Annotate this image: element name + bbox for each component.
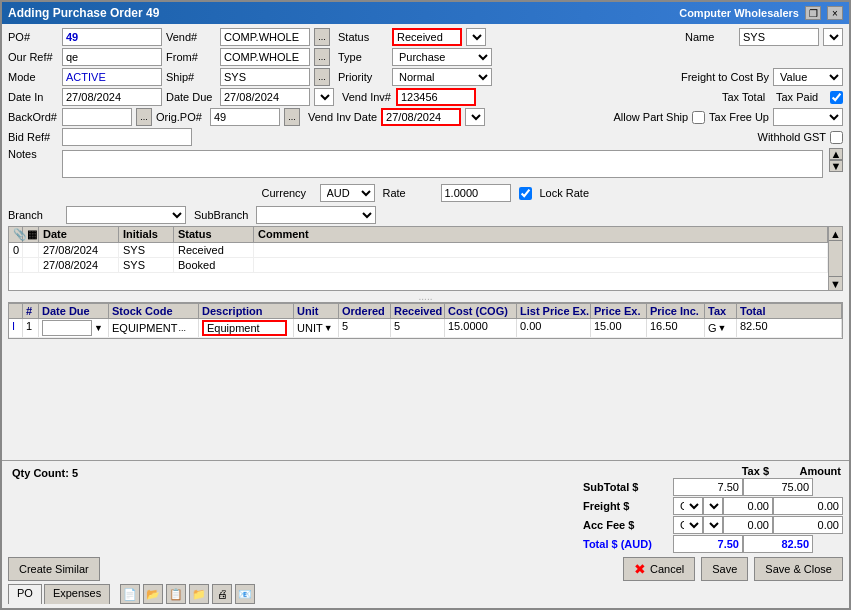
qty-count-label: Qty Count: 5: [8, 465, 82, 553]
grid-stockcode-ellipsis-0[interactable]: ...: [178, 323, 186, 333]
toolbar-icon-paste[interactable]: 📁: [189, 584, 209, 604]
subtotal-label: SubTotal $: [583, 481, 673, 493]
grid-container: # Date Due Stock Code Description Unit O…: [8, 302, 843, 339]
notes-textarea[interactable]: [62, 150, 823, 178]
grid-col-description: Description: [199, 304, 294, 318]
cancel-button[interactable]: ✖ Cancel: [623, 557, 695, 581]
ship-input[interactable]: [220, 68, 310, 86]
freight-amount-input[interactable]: [773, 497, 843, 515]
log-cell-status-0: Received: [174, 243, 254, 257]
freight-g-select[interactable]: G: [673, 497, 703, 515]
log-col-icon: ▦: [23, 227, 39, 242]
ourref-input[interactable]: [62, 48, 162, 66]
name-select[interactable]: [823, 28, 843, 46]
tab-expenses[interactable]: Expenses: [44, 584, 110, 604]
toolbar-icon-email[interactable]: 📧: [235, 584, 255, 604]
grid-col-tax: Tax: [705, 304, 737, 318]
taxpaid-label: Tax Paid: [776, 91, 826, 103]
grid-cell-priceinc-0: 16.50: [647, 319, 705, 337]
grid-col-received: Received: [391, 304, 445, 318]
taxfreeup-select[interactable]: [773, 108, 843, 126]
grid-tax-dropdown-0[interactable]: ▼: [718, 323, 727, 333]
freight-dropdown[interactable]: [703, 497, 723, 515]
log-col-initials: Initials: [119, 227, 174, 242]
allowpartship-checkbox[interactable]: [692, 111, 705, 124]
bottom-buttons-row: Create Similar ✖ Cancel Save Save & Clos…: [8, 557, 843, 581]
subbranch-select[interactable]: [256, 206, 376, 224]
type-select[interactable]: Purchase: [392, 48, 492, 66]
subtotal-tax-input[interactable]: [673, 478, 743, 496]
datein-input[interactable]: [62, 88, 162, 106]
accfee-tax-input[interactable]: [723, 516, 773, 534]
total-amount-input[interactable]: [743, 535, 813, 553]
ship-ellipsis[interactable]: ...: [314, 68, 330, 86]
origpo-ellipsis[interactable]: ...: [284, 108, 300, 126]
from-ellipsis[interactable]: ...: [314, 48, 330, 66]
priority-select[interactable]: Normal: [392, 68, 492, 86]
vend-input[interactable]: [220, 28, 310, 46]
grid-cell-description-0: [199, 319, 294, 337]
grid-input-datedue-0[interactable]: [42, 320, 92, 336]
subtotal-amount-input[interactable]: [743, 478, 813, 496]
grid-input-description-0[interactable]: [202, 320, 287, 336]
rate-input[interactable]: [441, 184, 511, 202]
toolbar-icon-print[interactable]: 🖨: [212, 584, 232, 604]
name-input[interactable]: [739, 28, 819, 46]
log-col-status: Status: [174, 227, 254, 242]
row-backord: BackOrd# ... Orig.PO# ... Vend Inv Date …: [8, 108, 843, 126]
close-button[interactable]: ×: [827, 6, 843, 20]
accfee-amount-input[interactable]: [773, 516, 843, 534]
vendinvdate-input[interactable]: [381, 108, 461, 126]
datedue-input[interactable]: [220, 88, 310, 106]
row-mode: Mode Ship# ... Priority Normal Freight t…: [8, 68, 843, 86]
accfee-g-select[interactable]: G: [673, 516, 703, 534]
freight-tax-input[interactable]: [723, 497, 773, 515]
taxpaid-checkbox[interactable]: [830, 91, 843, 104]
freight-select[interactable]: Value: [773, 68, 843, 86]
from-input[interactable]: [220, 48, 310, 66]
vendinvdate-select[interactable]: [465, 108, 485, 126]
log-col-attach: 📎: [9, 227, 23, 242]
save-button[interactable]: Save: [701, 557, 748, 581]
backord-input[interactable]: [62, 108, 132, 126]
grid-datedue-dropdown-0[interactable]: ▼: [94, 323, 103, 333]
grid-text-tax-0: G: [708, 322, 717, 334]
log-scroll-up[interactable]: ▲: [829, 227, 842, 241]
branch-select[interactable]: [66, 206, 186, 224]
datein-label: Date In: [8, 91, 58, 103]
datedue-select[interactable]: [314, 88, 334, 106]
vendinv-input[interactable]: [396, 88, 476, 106]
toolbar-icon-doc[interactable]: 📄: [120, 584, 140, 604]
grid-cell-cost-0: 15.0000: [445, 319, 517, 337]
vend-ellipsis[interactable]: ...: [314, 28, 330, 46]
create-similar-button[interactable]: Create Similar: [8, 557, 100, 581]
log-col-date: Date: [39, 227, 119, 242]
backord-ellipsis[interactable]: ...: [136, 108, 152, 126]
status-select[interactable]: [466, 28, 486, 46]
bidref-input[interactable]: [62, 128, 192, 146]
total-tax-input[interactable]: [673, 535, 743, 553]
withholdgst-checkbox[interactable]: [830, 131, 843, 144]
notes-scrollup[interactable]: ▲: [829, 148, 843, 160]
origpo-input[interactable]: [210, 108, 280, 126]
grid-unit-dropdown-0[interactable]: ▼: [324, 323, 333, 333]
po-input[interactable]: [62, 28, 162, 46]
log-scroll-down[interactable]: ▼: [829, 276, 842, 290]
accfee-dropdown[interactable]: [703, 516, 723, 534]
main-window: Adding Purchase Order 49 Computer Wholes…: [0, 0, 851, 610]
log-cell-icon-0: [23, 243, 39, 257]
notes-scrolldown[interactable]: ▼: [829, 160, 843, 172]
lockrate-checkbox[interactable]: [519, 187, 532, 200]
toolbar-icon-copy[interactable]: 📋: [166, 584, 186, 604]
toolbar-icon-folder[interactable]: 📂: [143, 584, 163, 604]
tab-po[interactable]: PO: [8, 584, 42, 604]
subbranch-label: SubBranch: [194, 209, 248, 221]
restore-button[interactable]: ❐: [805, 6, 821, 20]
grid-col-unit: Unit: [294, 304, 339, 318]
save-close-button[interactable]: Save & Close: [754, 557, 843, 581]
mode-input[interactable]: [62, 68, 162, 86]
totals-row-freight: Freight $ G: [583, 497, 843, 515]
status-input[interactable]: [392, 28, 462, 46]
currency-select[interactable]: AUD: [320, 184, 375, 202]
grid-header: # Date Due Stock Code Description Unit O…: [9, 303, 842, 319]
